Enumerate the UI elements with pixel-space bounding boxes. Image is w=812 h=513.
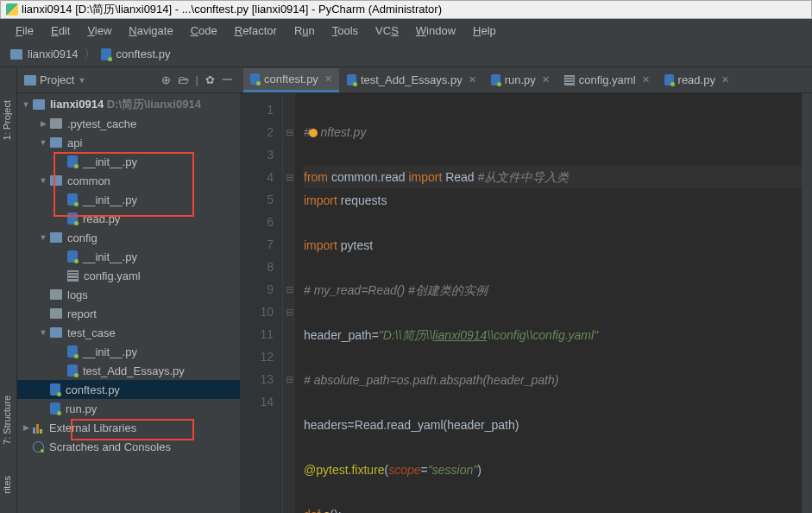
py-icon [50, 383, 60, 396]
menubar: File Edit View Navigate Code Refactor Ru… [0, 19, 812, 41]
folder-icon [33, 99, 45, 110]
project-panel: Project ▼ ⊕ 🗁 | ✿ 一 lianxi0914 D:\简历\lia… [17, 67, 240, 513]
py-icon [67, 250, 78, 263]
folder-icon [24, 75, 36, 86]
tree-item[interactable]: config [17, 228, 240, 247]
editor-tab[interactable]: read.py✕ [658, 69, 736, 92]
locate-icon[interactable]: ⊕ [161, 73, 171, 86]
breadcrumb-folder[interactable]: lianxi0914 [28, 48, 79, 60]
folder-gray-icon [50, 308, 62, 319]
folder-gray-icon [50, 289, 62, 300]
py-icon [67, 155, 78, 168]
py-icon [50, 402, 60, 415]
breadcrumb-file[interactable]: conftest.py [116, 48, 171, 60]
py-file-icon [347, 74, 356, 86]
titlebar-text: lianxi0914 [D:\简历\lianxi0914] - ...\conf… [22, 2, 442, 17]
fold-gutter[interactable]: ⊟⊟⊟⊟⊟ [283, 93, 295, 513]
chevron-down-icon[interactable]: ▼ [78, 76, 85, 85]
yaml-file-icon [564, 75, 575, 86]
project-title[interactable]: Project [40, 73, 74, 86]
folder-icon [10, 49, 22, 60]
breadcrumb: lianxi0914 〉 conftest.py [0, 41, 812, 67]
folder-icon [50, 175, 62, 186]
tree-item[interactable]: __init__.py [17, 152, 240, 171]
menu-file[interactable]: File [7, 22, 42, 40]
tree-item[interactable]: run.py [17, 399, 240, 418]
python-file-icon [101, 48, 111, 60]
close-icon[interactable]: ✕ [542, 74, 550, 86]
py-icon [67, 193, 78, 206]
py-file-icon [664, 74, 674, 86]
gear-icon[interactable]: ✿ [205, 73, 215, 86]
close-icon[interactable]: ✕ [721, 74, 729, 86]
tree-item[interactable]: common [17, 171, 240, 190]
editor-tab[interactable]: run.py✕ [484, 69, 557, 92]
py-icon [67, 212, 78, 225]
vertical-scrollbar[interactable] [802, 93, 812, 513]
tree-external-libs[interactable]: External Libraries [17, 418, 240, 437]
scratches-icon [33, 441, 44, 453]
tree-item[interactable]: logs [17, 285, 240, 304]
editor-tab[interactable]: conftest.py✕ [243, 68, 339, 92]
menu-navigate[interactable]: Navigate [120, 22, 181, 40]
folder-icon [50, 232, 62, 243]
tree-item[interactable]: report [17, 304, 240, 323]
hide-icon[interactable]: 一 [222, 73, 233, 88]
app-icon [6, 3, 18, 16]
menu-view[interactable]: View [79, 22, 120, 40]
titlebar: lianxi0914 [D:\简历\lianxi0914] - ...\conf… [0, 0, 812, 19]
editor-tab[interactable]: config.yaml✕ [557, 69, 657, 92]
line-gutter[interactable]: 1234567891011121314 [240, 93, 283, 513]
menu-help[interactable]: Help [464, 22, 505, 40]
editor-tabs: conftest.py✕test_Add_Essays.py✕run.py✕co… [240, 67, 812, 93]
libraries-icon [33, 422, 44, 434]
tree-item[interactable]: conftest.py [17, 380, 240, 399]
tree-item[interactable]: test_Add_Essays.py [17, 361, 240, 380]
chevron-right-icon: 〉 [84, 47, 96, 62]
menu-window[interactable]: Window [407, 22, 464, 40]
tool-tab-structure[interactable]: 7: Structure [0, 389, 16, 452]
editor-tab[interactable]: test_Add_Essays.py✕ [340, 69, 483, 92]
menu-run[interactable]: Run [286, 22, 324, 40]
project-tree: lianxi0914 D:\简历\lianxi0914 .pytest_cach… [17, 93, 240, 513]
menu-edit[interactable]: Edit [42, 22, 79, 40]
menu-refactor[interactable]: Refactor [226, 22, 286, 40]
py-icon [67, 364, 78, 377]
tree-root[interactable]: lianxi0914 D:\简历\lianxi0914 [17, 95, 240, 114]
tool-tab-project[interactable]: 1: Project [0, 93, 16, 147]
py-file-icon [250, 73, 260, 85]
tree-item[interactable]: api [17, 133, 240, 152]
tree-item[interactable]: config.yaml [17, 266, 240, 285]
project-header: Project ▼ ⊕ 🗁 | ✿ 一 [17, 67, 240, 93]
py-icon [67, 345, 78, 358]
folder-icon [50, 327, 62, 338]
editor-panel: conftest.py✕test_Add_Essays.py✕run.py✕co… [240, 67, 812, 513]
tree-item[interactable]: .pytest_cache [17, 114, 240, 133]
tree-scratches[interactable]: Scratches and Consoles [17, 437, 240, 456]
menu-vcs[interactable]: VCS [367, 22, 407, 40]
tree-item[interactable]: read.py [17, 209, 240, 228]
expand-icon[interactable]: 🗁 [178, 73, 189, 86]
tree-item[interactable]: __init__.py [17, 247, 240, 266]
close-icon[interactable]: ✕ [642, 74, 650, 86]
tree-item[interactable]: __init__.py [17, 342, 240, 361]
folder-gray-icon [50, 118, 62, 129]
divider: | [196, 73, 198, 86]
menu-code[interactable]: Code [182, 22, 226, 40]
close-icon[interactable]: ✕ [324, 73, 332, 85]
py-file-icon [491, 74, 500, 86]
folder-icon [50, 137, 62, 148]
code-area[interactable]: # nftest.py from common.read import Read… [295, 93, 802, 513]
tree-item[interactable]: test_case [17, 323, 240, 342]
tool-tab-favorites[interactable]: rites [0, 469, 16, 501]
left-tool-tabs: 1: Project 7: Structure rites [0, 67, 17, 513]
tree-item[interactable]: __init__.py [17, 190, 240, 209]
menu-tools[interactable]: Tools [324, 22, 367, 40]
yaml-icon [67, 270, 79, 282]
close-icon[interactable]: ✕ [469, 74, 476, 86]
breakpoint-icon[interactable] [309, 129, 318, 137]
